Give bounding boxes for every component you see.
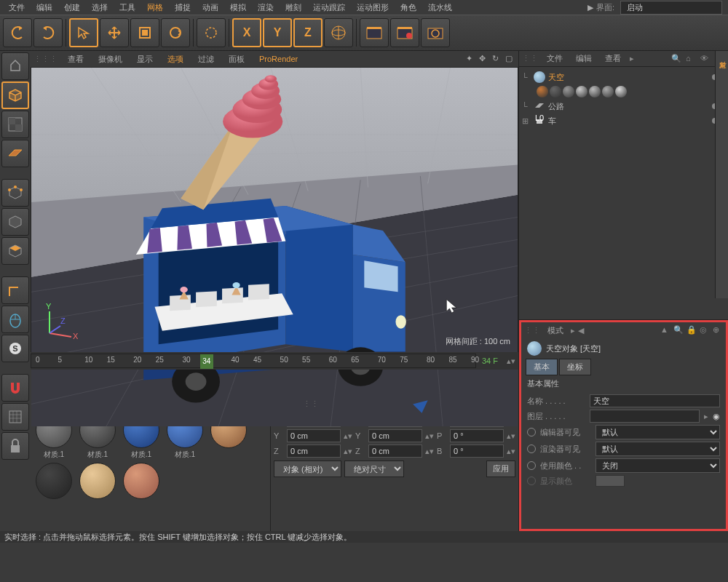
mouse-mode[interactable]: [1, 306, 29, 333]
render-settings[interactable]: [421, 18, 450, 47]
material-item[interactable]: [77, 463, 118, 501]
select-tool[interactable]: [69, 18, 98, 47]
attr-tab-basic[interactable]: 基本: [526, 359, 558, 375]
vp-panel-menu[interactable]: 面板: [224, 54, 249, 65]
attr-tab-coord[interactable]: 坐标: [559, 359, 591, 375]
coord-size-mode-select[interactable]: 绝对尺寸: [344, 461, 404, 477]
menu-file[interactable]: 文件: [3, 2, 31, 13]
workplane-mode[interactable]: [1, 140, 29, 167]
snap-toggle[interactable]: S: [1, 335, 29, 362]
vp-rotate-icon[interactable]: ↻: [492, 54, 502, 64]
vp-camera-menu[interactable]: 摄像机: [94, 54, 127, 65]
dock-tab-1[interactable]: 对象: [716, 51, 728, 60]
perspective-viewport[interactable]: 透视视图: [31, 67, 518, 352]
attr-layer-pick-icon[interactable]: ◉: [713, 412, 720, 421]
vp-display-menu[interactable]: 显示: [132, 54, 157, 65]
menu-render[interactable]: 渲染: [252, 2, 280, 13]
obj-grip-icon[interactable]: ⋮⋮: [522, 54, 538, 63]
menu-mograph[interactable]: 运动图形: [351, 2, 395, 13]
attr-prev-icon[interactable]: ◀: [578, 326, 584, 335]
attr-layer-field[interactable]: [590, 410, 700, 423]
obj-edit-menu[interactable]: 编辑: [571, 53, 596, 64]
attr-search-icon[interactable]: 🔍: [673, 325, 684, 335]
material-tag[interactable]: [589, 86, 601, 97]
attr-new-icon[interactable]: ⊕: [713, 325, 723, 335]
obj-more-icon[interactable]: ▸: [630, 54, 634, 63]
material-item[interactable]: [121, 463, 162, 501]
y-axis-lock[interactable]: Y: [263, 18, 292, 47]
pos-Z-field[interactable]: [287, 445, 341, 458]
lock-workplane[interactable]: [1, 432, 29, 460]
material-tag[interactable]: [615, 86, 627, 97]
move-tool[interactable]: [100, 18, 129, 47]
vp-nav-icon[interactable]: ✦: [466, 54, 476, 64]
vp-prorender-menu[interactable]: ProRender: [255, 55, 302, 63]
redo-button[interactable]: [33, 18, 63, 47]
vp-grip-icon[interactable]: ⋮⋮⋮: [33, 55, 58, 64]
obj-view-menu[interactable]: 查看: [601, 53, 625, 64]
object-name[interactable]: 车: [548, 116, 709, 127]
object-name[interactable]: 天空: [548, 72, 709, 83]
attr-render-vis-radio[interactable]: [527, 445, 536, 453]
size-Z-field[interactable]: [368, 445, 422, 458]
timeline-spinner[interactable]: ▴▾: [504, 356, 518, 366]
obj-home-icon[interactable]: ⌂: [686, 54, 696, 64]
axis-mode[interactable]: [1, 276, 29, 304]
attr-use-color-select[interactable]: 关闭: [596, 458, 720, 473]
material-tag[interactable]: [550, 86, 561, 97]
texture-mode[interactable]: [1, 111, 29, 138]
z-axis-lock[interactable]: Z: [293, 18, 323, 47]
material-tag[interactable]: [602, 86, 614, 97]
attr-render-vis-select[interactable]: 默认: [596, 442, 720, 456]
attr-display-color-radio[interactable]: [527, 477, 536, 485]
tree-row[interactable]: └ 天空: [522, 70, 725, 84]
scale-tool[interactable]: [130, 18, 159, 47]
material-tag[interactable]: [576, 86, 587, 97]
tree-row[interactable]: ⊞ L0 车: [522, 113, 725, 128]
attr-grip-icon[interactable]: ⋮⋮: [524, 326, 540, 335]
attr-target-icon[interactable]: ◎: [700, 325, 710, 335]
attr-up-icon[interactable]: ▲: [660, 325, 670, 335]
object-name[interactable]: 公路: [548, 101, 709, 112]
coord-system[interactable]: [324, 18, 353, 47]
render-region[interactable]: [390, 18, 419, 47]
attr-lock-icon[interactable]: 🔒: [687, 325, 697, 335]
menu-character[interactable]: 角色: [395, 2, 422, 13]
vp-view-menu[interactable]: 查看: [63, 54, 88, 65]
make-editable[interactable]: [1, 52, 29, 80]
obj-file-menu[interactable]: 文件: [542, 53, 567, 64]
timeline-ruler[interactable]: 0 5 10 15 20 25 30 34 40 45 50 55 60 65 …: [31, 354, 476, 368]
edge-mode[interactable]: [1, 208, 29, 236]
menu-snap[interactable]: 捕捉: [169, 2, 197, 13]
menu-sculpt[interactable]: 雕刻: [280, 2, 307, 13]
attr-editor-vis-radio[interactable]: [527, 428, 536, 436]
layout-dropdown[interactable]: 启动: [620, 1, 722, 15]
timeline[interactable]: 0 5 10 15 20 25 30 34 40 45 50 55 60 65 …: [31, 352, 518, 370]
layout-play-icon[interactable]: ▶: [587, 3, 593, 12]
menu-tools[interactable]: 工具: [114, 2, 141, 13]
model-mode[interactable]: [1, 81, 29, 109]
coord-mode-select[interactable]: 对象 (相对): [274, 461, 341, 477]
obj-eye-icon[interactable]: 👁: [700, 54, 711, 64]
vp-max-icon[interactable]: ▢: [505, 54, 515, 64]
pos-Y-field[interactable]: [287, 429, 341, 442]
undo-button[interactable]: [3, 18, 32, 47]
attr-name-field[interactable]: [590, 394, 720, 407]
workplane-grid[interactable]: [1, 403, 29, 431]
menu-simulate[interactable]: 模拟: [224, 2, 252, 13]
menu-select[interactable]: 选择: [86, 2, 114, 13]
menu-animate[interactable]: 动画: [197, 2, 224, 13]
attr-mode-menu[interactable]: 模式: [543, 325, 568, 336]
rotate-tool[interactable]: [161, 18, 190, 47]
rot-B-field[interactable]: [450, 445, 504, 458]
timeline-playhead[interactable]: 34: [200, 354, 213, 369]
menu-tracker[interactable]: 运动跟踪: [307, 2, 351, 13]
tree-row[interactable]: └ 公路: [522, 99, 725, 113]
poly-mode[interactable]: [1, 237, 29, 265]
vp-filter-menu[interactable]: 过滤: [194, 54, 218, 65]
vp-options-menu[interactable]: 选项: [163, 54, 188, 65]
attr-layer-more-icon[interactable]: ▸: [704, 412, 708, 421]
x-axis-lock[interactable]: X: [232, 18, 261, 47]
size-Y-field[interactable]: [368, 429, 422, 442]
last-tool[interactable]: [197, 18, 226, 47]
